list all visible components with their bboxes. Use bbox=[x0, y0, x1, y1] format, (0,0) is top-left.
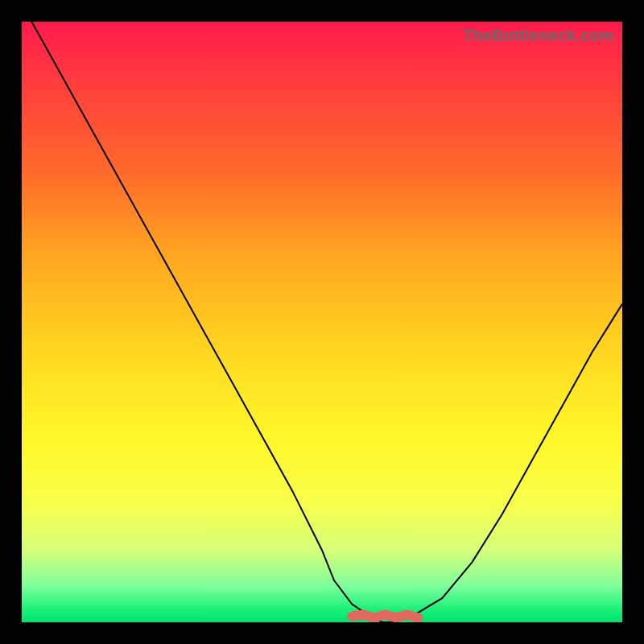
chart-svg bbox=[22, 22, 622, 622]
bottleneck-curve bbox=[22, 22, 622, 622]
baseline-plateau bbox=[352, 615, 418, 618]
chart-plot-area: TheBottleneck.com bbox=[22, 22, 622, 622]
chart-stage: TheBottleneck.com bbox=[0, 0, 644, 644]
